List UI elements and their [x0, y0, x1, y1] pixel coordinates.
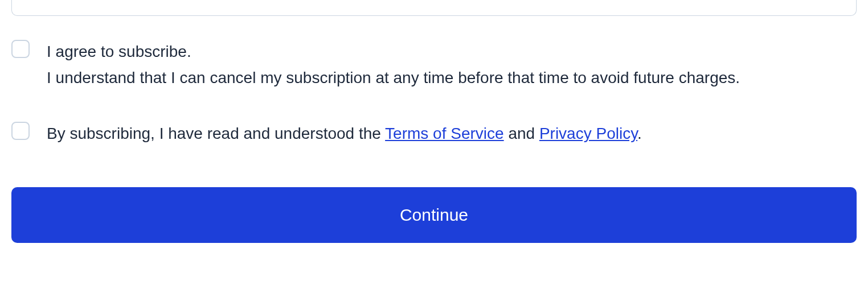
subscribe-line1: I agree to subscribe.: [47, 39, 740, 65]
subscribe-checkbox[interactable]: [11, 40, 30, 58]
subscribe-agreement-row: I agree to subscribe. I understand that …: [11, 39, 857, 91]
terms-agreement-row: By subscribing, I have read and understo…: [11, 121, 857, 147]
subscribe-text: I agree to subscribe. I understand that …: [47, 39, 740, 91]
privacy-policy-link[interactable]: Privacy Policy: [539, 125, 637, 142]
terms-suffix: .: [637, 125, 642, 142]
terms-prefix: By subscribing, I have read and understo…: [47, 125, 385, 142]
terms-of-service-link[interactable]: Terms of Service: [385, 125, 504, 142]
continue-button[interactable]: Continue: [11, 187, 857, 243]
subscribe-line2: I understand that I can cancel my subscr…: [47, 65, 740, 91]
terms-checkbox[interactable]: [11, 122, 30, 140]
terms-mid: and: [504, 125, 539, 142]
input-field-partial[interactable]: [11, 0, 857, 16]
terms-text: By subscribing, I have read and understo…: [47, 121, 642, 147]
